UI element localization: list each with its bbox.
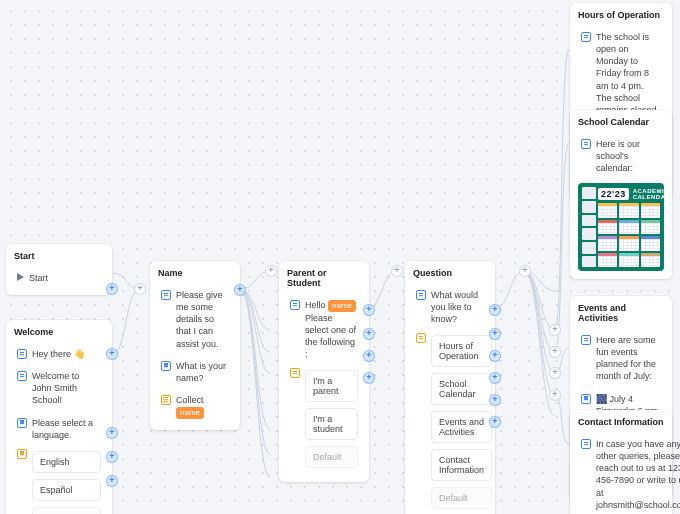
text-collect-icon: [161, 395, 171, 405]
chat-icon: [290, 300, 300, 310]
port-out[interactable]: [364, 351, 374, 361]
node-title: Parent or Student: [287, 268, 361, 288]
port-out[interactable]: [490, 395, 500, 405]
junction[interactable]: [550, 325, 560, 335]
port-out[interactable]: [107, 476, 117, 486]
node-title: Start: [14, 251, 104, 261]
opt-parent[interactable]: I'm a parent: [305, 370, 358, 402]
junction[interactable]: [550, 390, 560, 400]
chat-icon: [161, 361, 171, 371]
chat-icon: [581, 139, 591, 149]
opt-student[interactable]: I'm a student: [305, 408, 358, 440]
chat-icon: [581, 32, 591, 42]
chat-icon: [161, 290, 171, 300]
port-out[interactable]: [490, 305, 500, 315]
contact-body: In case you have any other queries, plea…: [596, 438, 680, 511]
opt-calendar[interactable]: School Calendar: [431, 373, 492, 405]
node-contact[interactable]: Contact Information In case you have any…: [570, 410, 672, 514]
variable-chip-name: name: [328, 300, 356, 312]
junction[interactable]: [392, 266, 402, 276]
welcome-select: Please select a language.: [32, 417, 101, 441]
opt-default[interactable]: Default: [431, 487, 492, 509]
node-start[interactable]: Start Start: [6, 244, 112, 295]
question-ask: What would you like to know?: [431, 289, 484, 325]
pors-greet: Hello name Please select one of the foll…: [305, 299, 358, 360]
name-ask: What is your name?: [176, 360, 229, 384]
chat-icon: [17, 371, 27, 381]
options-icon: [416, 333, 426, 343]
welcome-school: Welcome to John Smith School!: [32, 370, 101, 406]
junction[interactable]: [135, 284, 145, 294]
name-collect: Collect name: [176, 394, 229, 419]
node-parent-or-student[interactable]: Parent or Student Hello name Please sele…: [279, 261, 369, 482]
node-question[interactable]: Question What would you like to know? Ho…: [405, 261, 495, 514]
chat-icon: [416, 290, 426, 300]
node-title: Contact Information: [578, 417, 664, 427]
port-out[interactable]: [364, 373, 374, 383]
port-out[interactable]: [107, 428, 117, 438]
port-out[interactable]: [107, 452, 117, 462]
fireworks-emoji: 🎆: [596, 394, 607, 404]
node-title: Hours of Operation: [578, 10, 664, 20]
lang-english[interactable]: English: [32, 451, 101, 473]
node-name[interactable]: Name Please give me some details so that…: [150, 261, 240, 430]
junction[interactable]: [520, 266, 530, 276]
name-intro: Please give me some details so that I ca…: [176, 289, 229, 350]
start-icon: [17, 273, 24, 281]
chat-icon: [17, 418, 27, 428]
port-out[interactable]: [490, 417, 500, 427]
port-out[interactable]: [235, 285, 245, 295]
junction[interactable]: [550, 368, 560, 378]
variable-chip-name: name: [176, 407, 204, 419]
welcome-hey: Hey there 👋: [32, 348, 85, 360]
port-out[interactable]: [490, 329, 500, 339]
port-out[interactable]: [107, 349, 117, 359]
node-welcome[interactable]: Welcome Hey there 👋 Welcome to John Smit…: [6, 320, 112, 514]
chat-icon: [581, 335, 591, 345]
node-title: Events and Activities: [578, 303, 664, 323]
node-title: Welcome: [14, 327, 104, 337]
calendar-image: 22'23 ACADEMIC CALENDAR: [578, 183, 664, 271]
node-title: Name: [158, 268, 232, 278]
chat-icon: [581, 439, 591, 449]
opt-contact[interactable]: Contact Information: [431, 449, 492, 481]
port-out[interactable]: [364, 305, 374, 315]
port-out[interactable]: [107, 284, 117, 294]
start-label: Start: [29, 272, 48, 284]
lang-default[interactable]: Default: [32, 507, 101, 514]
chat-icon: [581, 394, 591, 404]
node-title: Question: [413, 268, 487, 278]
opt-hours[interactable]: Hours of Operation: [431, 335, 492, 367]
options-icon: [17, 449, 27, 459]
junction[interactable]: [266, 266, 276, 276]
port-out[interactable]: [490, 351, 500, 361]
wave-emoji: 👋: [74, 349, 85, 359]
port-out[interactable]: [490, 373, 500, 383]
chat-icon: [17, 349, 27, 359]
flow-canvas[interactable]: Start Start Welcome Hey there 👋 Welcome …: [0, 0, 680, 514]
junction[interactable]: [550, 347, 560, 357]
port-out[interactable]: [364, 329, 374, 339]
opt-default[interactable]: Default: [305, 446, 358, 468]
lang-espanol[interactable]: Español: [32, 479, 101, 501]
opt-events[interactable]: Events and Activities: [431, 411, 492, 443]
options-icon: [290, 368, 300, 378]
events-body: Here are some fun events planned for the…: [596, 334, 661, 383]
cal-body: Here is our school's calendar:: [596, 138, 661, 174]
node-title: School Calendar: [578, 117, 664, 127]
node-calendar[interactable]: School Calendar Here is our school's cal…: [570, 110, 672, 279]
